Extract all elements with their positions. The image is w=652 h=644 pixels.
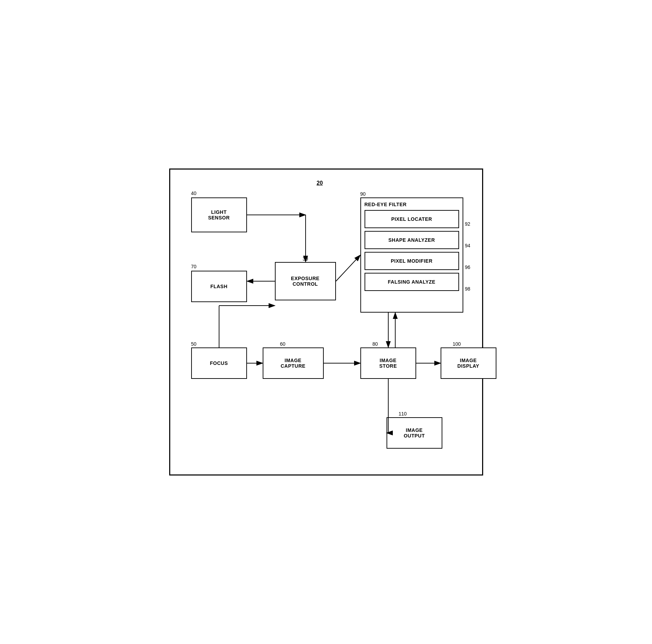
falsing-analyze-label: FALSING ANALYZE <box>388 279 435 285</box>
main-label: 20 <box>317 180 323 186</box>
focus-ref: 50 <box>191 341 197 347</box>
falsing-analyze-block: FALSING ANALYZE <box>365 273 459 291</box>
red-eye-filter-ref: 90 <box>360 191 366 197</box>
falsing-analyze-ref: 98 <box>465 286 471 292</box>
image-capture-block: IMAGE CAPTURE <box>263 347 324 379</box>
red-eye-filter-block: RED-EYE FILTER PIXEL LOCATER SHAPE ANALY… <box>360 197 463 313</box>
image-display-block: IMAGE DISPLAY <box>441 347 496 379</box>
flash-label: FLASH <box>210 284 227 289</box>
flash-ref: 70 <box>191 264 197 269</box>
pixel-modifier-ref: 96 <box>465 264 471 270</box>
image-display-ref: 100 <box>453 341 461 347</box>
focus-label: FOCUS <box>210 360 228 366</box>
image-display-label: IMAGE DISPLAY <box>457 358 479 369</box>
outer-box: 20 LIGHT SENSOR 40 FLASH 70 FOCUS 50 EXP… <box>169 169 483 475</box>
image-output-ref: 110 <box>399 411 407 417</box>
image-capture-label: IMAGE CAPTURE <box>280 358 305 369</box>
pixel-locater-ref: 92 <box>465 221 471 227</box>
image-output-block: IMAGE OUTPUT <box>387 417 442 449</box>
shape-analyzer-block: SHAPE ANALYZER <box>365 231 459 249</box>
red-eye-filter-label: RED-EYE FILTER <box>365 202 459 207</box>
exposure-control-ref: 30 <box>303 256 308 262</box>
image-store-label: IMAGE STORE <box>379 358 397 369</box>
light-sensor-block: LIGHT SENSOR <box>191 197 247 232</box>
light-sensor-ref: 40 <box>191 190 197 196</box>
light-sensor-label: LIGHT SENSOR <box>208 209 230 220</box>
exposure-control-block: EXPOSURE CONTROL <box>275 262 336 300</box>
page-container: 20 LIGHT SENSOR 40 FLASH 70 FOCUS 50 EXP… <box>169 169 483 475</box>
image-store-ref: 80 <box>373 341 378 347</box>
image-capture-ref: 60 <box>280 341 286 347</box>
pixel-modifier-label: PIXEL MODIFIER <box>391 258 433 264</box>
pixel-locater-label: PIXEL LOCATER <box>391 216 432 222</box>
shape-analyzer-label: SHAPE ANALYZER <box>388 237 435 243</box>
pixel-modifier-block: PIXEL MODIFIER <box>365 252 459 270</box>
image-output-label: IMAGE OUTPUT <box>404 427 425 439</box>
flash-block: FLASH <box>191 271 247 302</box>
diagram: 20 LIGHT SENSOR 40 FLASH 70 FOCUS 50 EXP… <box>170 170 482 474</box>
svg-line-9 <box>336 255 360 281</box>
image-store-block: IMAGE STORE <box>360 347 416 379</box>
exposure-control-label: EXPOSURE CONTROL <box>291 276 320 287</box>
focus-block: FOCUS <box>191 347 247 379</box>
shape-analyzer-ref: 94 <box>465 243 471 248</box>
pixel-locater-block: PIXEL LOCATER <box>365 210 459 228</box>
